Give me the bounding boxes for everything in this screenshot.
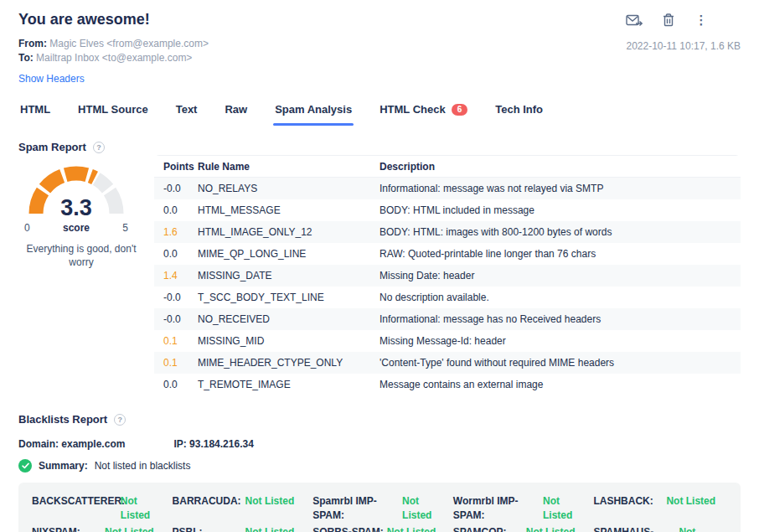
from-line: From: Magic Elves <from@example.com> [18,37,626,51]
tab-html-source[interactable]: HTML Source [76,98,150,126]
rule-name: MISSING_DATE [198,270,380,281]
rule-description: Missing Message-Id: header [380,335,739,347]
rule-points: 1.4 [156,270,198,281]
tab-html[interactable]: HTML [18,98,52,126]
to-line: To: Mailtrap Inbox <to@example.com> [18,51,626,65]
rule-description: 'Content-Type' found without required MI… [380,357,739,369]
table-row: 0.0 MIME_QP_LONG_LINE RAW: Quoted-printa… [154,243,741,265]
from-to-block: From: Magic Elves <from@example.com> To:… [18,37,626,65]
message-meta: 2022-10-11 10:17, 1.6 KB [626,40,741,52]
blacklist-name: PSBL: [173,525,245,532]
blacklist-name: SORBS-SPAM: [312,525,386,532]
blacklists-grid: BACKSCATTERER: Not Listed BARRACUDA: Not… [18,483,741,532]
table-row: -0.0 T_SCC_BODY_TEXT_LINE No description… [154,287,741,308]
rule-points: 0.1 [156,335,198,347]
spam-score-value: 3.3 [26,195,126,221]
message-tabs: HTML HTML Source Text Raw Spam Analysis … [18,98,741,126]
message-actions: ⋮ [626,8,741,27]
gauge-scale: 0 score 5 [21,222,132,234]
blacklist-entry: Wormrbl IMP-SPAM: Not Listed [453,494,587,523]
rule-name: NO_RELAYS [198,183,380,194]
blacklist-entry: SPAMHAUS-ZEN: Not Listed [593,525,727,532]
trash-icon[interactable] [663,13,674,27]
table-header-row: Points Rule Name Description [154,155,741,178]
rule-description: BODY: HTML included in message [380,204,739,216]
table-row: 1.4 MISSING_DATE Missing Date: header [154,265,741,287]
table-row: 0.1 MIME_HEADER_CTYPE_ONLY 'Content-Type… [154,352,741,374]
rule-points: 0.0 [156,204,198,216]
message-view: You are awesome! ⋮ From [0,0,759,532]
tab-text[interactable]: Text [174,98,199,126]
table-row: 1.6 HTML_IMAGE_ONLY_12 BODY: HTML: image… [154,221,741,243]
spam-report-heading: Spam Report [18,141,86,153]
table-row: -0.0 NO_RECEIVED Informational: message … [154,308,741,330]
domain-label: Domain: [18,438,59,450]
rule-points: 1.6 [156,226,198,238]
tab-html-check[interactable]: HTML Check 6 [378,98,469,126]
show-headers-link[interactable]: Show Headers [18,73,85,85]
blacklist-name: Wormrbl IMP-SPAM: [453,494,543,523]
blacklist-entry: PSBL: Not Listed [173,525,307,532]
tab-spam-analysis[interactable]: Spam Analysis [273,98,354,126]
summary-value: Not listed in blacklists [95,460,191,472]
blacklist-status: Not Listed [679,525,727,532]
rule-name: MIME_HEADER_CTYPE_ONLY [198,357,380,369]
rule-name: MISSING_MID [198,335,380,347]
help-icon[interactable]: ? [114,414,126,426]
blacklists-meta: Domain: example.com IP: 93.184.216.34 [18,438,741,450]
blacklists-summary: Summary: Not listed in blacklists [18,459,741,473]
more-options-icon[interactable]: ⋮ [694,14,707,26]
blacklist-status: Not Listed [105,525,154,532]
spam-report-heading-row: Spam Report ? [18,141,741,153]
rule-points: 0.0 [156,379,198,390]
blacklist-status: Not Listed [526,525,576,532]
rule-name: HTML_MESSAGE [198,204,380,216]
blacklist-status: Not Listed [121,494,166,523]
col-description: Description [380,161,739,173]
col-rule-name: Rule Name [198,161,380,173]
check-circle-icon [18,459,32,473]
blacklist-entry: Spamrbl IMP-SPAM: Not Listed [312,494,447,523]
rule-points: 0.1 [156,357,198,369]
blacklist-entry: SORBS-SPAM: Not Listed [312,525,447,532]
blacklist-status: Not Listed [387,525,436,532]
page-title: You are awesome! [18,8,626,28]
blacklist-status: Not Listed [666,494,715,523]
blacklist-entry: BACKSCATTERER: Not Listed [32,494,166,523]
rule-description: Informational: message has no Received h… [380,313,739,325]
message-header: You are awesome! ⋮ From [18,8,741,65]
blacklist-name: Spamrbl IMP-SPAM: [312,494,402,523]
help-icon[interactable]: ? [93,142,105,153]
blacklist-status: Not Listed [245,494,295,523]
tab-raw[interactable]: Raw [223,98,249,126]
to-value: Mailtrap Inbox <to@example.com> [36,52,192,64]
spam-report-section: Spam Report ? 3.3 0 score 5 Everything i… [18,141,741,395]
ip-label: IP: [173,438,186,450]
from-value: Magic Elves <from@example.com> [49,38,209,49]
blacklist-name: NIXSPAM: [32,525,105,532]
blacklist-entry: BARRACUDA: Not Listed [173,494,307,523]
table-row: 0.0 HTML_MESSAGE BODY: HTML included in … [154,199,741,221]
tab-tech-info[interactable]: Tech Info [493,98,545,126]
forward-email-icon[interactable] [626,14,643,27]
blacklist-status: Not Listed [402,494,447,523]
rule-description: Message contains an external image [380,379,739,390]
ip-line: IP: 93.184.216.34 [173,438,253,450]
blacklists-heading-row: Blacklists Report ? [18,413,741,426]
rule-name: T_SCC_BODY_TEXT_LINE [198,292,380,303]
to-label: To: [18,52,34,64]
blacklist-name: BACKSCATTERER: [32,494,121,523]
spam-rules-table: Points Rule Name Description -0.0 NO_REL… [154,155,741,395]
rule-name: T_REMOTE_IMAGE [198,379,380,390]
blacklist-name: SPAMHAUS-ZEN: [593,525,679,532]
rule-points: -0.0 [156,183,198,194]
gauge-score-label: score [63,222,90,234]
blacklist-entry: NIXSPAM: Not Listed [32,525,166,532]
spam-verdict-message: Everything is good, don't worry [18,242,144,269]
rule-points: -0.0 [156,292,198,303]
rule-description: RAW: Quoted-printable line longer than 7… [380,248,739,260]
blacklists-heading: Blacklists Report [18,413,107,426]
blacklist-entry: SPAMCOP: Not Listed [453,525,587,532]
blacklist-status: Not Listed [543,494,586,523]
col-points: Points [156,161,198,173]
